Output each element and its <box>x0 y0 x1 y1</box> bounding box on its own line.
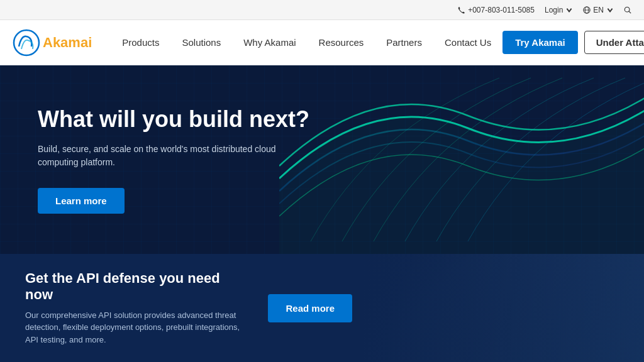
svg-point-3 <box>625 7 630 12</box>
logo[interactable]: Akamai <box>13 29 92 57</box>
logo-text: Akamai <box>43 35 92 51</box>
nav-item-resources[interactable]: Resources <box>308 20 375 65</box>
language-item[interactable]: EN <box>583 6 614 14</box>
globe-icon <box>583 6 591 14</box>
akamai-logo-icon <box>13 29 40 57</box>
chevron-down-icon-lang <box>606 6 614 14</box>
bottom-banner: Get the API defense you need now Our com… <box>0 254 644 362</box>
nav-actions: Try Akamai Under Attack? <box>502 31 644 54</box>
nav-item-solutions[interactable]: Solutions <box>170 20 232 65</box>
read-more-button[interactable]: Read more <box>268 294 352 322</box>
nav-item-partners[interactable]: Partners <box>375 20 433 65</box>
svg-line-4 <box>629 11 631 13</box>
under-attack-button[interactable]: Under Attack? <box>584 31 644 54</box>
nav-item-why-akamai[interactable]: Why Akamai <box>232 20 307 65</box>
banner-content: Get the API defense you need now Our com… <box>0 270 377 346</box>
search-icon <box>624 6 631 14</box>
hero-subtitle: Build, secure, and scale on the world's … <box>38 143 314 169</box>
search-item[interactable] <box>624 6 631 14</box>
utility-bar: +007-803-011-5085 Login EN <box>0 0 644 20</box>
nav-item-contact-us[interactable]: Contact Us <box>433 20 502 65</box>
login-label: Login <box>545 6 563 14</box>
phone-item[interactable]: +007-803-011-5085 <box>458 6 535 14</box>
nav-links: Products Solutions Why Akamai Resources … <box>111 20 502 65</box>
login-item[interactable]: Login <box>545 6 573 14</box>
try-akamai-button[interactable]: Try Akamai <box>502 31 578 54</box>
phone-number: +007-803-011-5085 <box>468 6 535 14</box>
banner-text-block: Get the API defense you need now Our com… <box>25 270 243 346</box>
language-label: EN <box>593 6 604 14</box>
nav-item-products[interactable]: Products <box>111 20 170 65</box>
learn-more-button[interactable]: Learn more <box>38 188 125 214</box>
hero-content: What will you build next? Build, secure,… <box>0 106 352 214</box>
banner-subtitle: Our comprehensive API solution provides … <box>25 309 243 346</box>
chevron-down-icon <box>565 6 573 14</box>
hero-section: What will you build next? Build, secure,… <box>0 65 644 254</box>
svg-point-5 <box>14 30 39 55</box>
hero-title: What will you build next? <box>38 106 314 133</box>
phone-icon <box>458 6 465 14</box>
banner-title: Get the API defense you need now <box>25 270 243 303</box>
navbar: Akamai Products Solutions Why Akamai Res… <box>0 20 644 65</box>
